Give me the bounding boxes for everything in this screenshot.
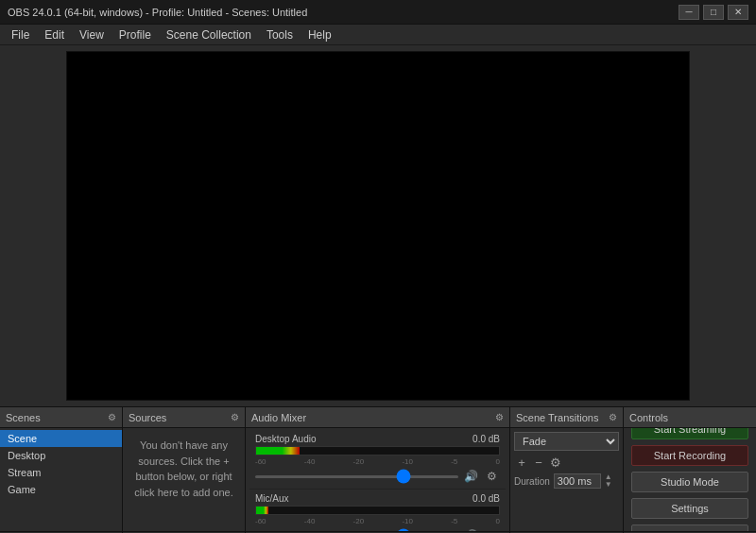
menu-profile[interactable]: Profile [112, 26, 159, 43]
sources-panel: Sources ⚙ You don't have any sources. Cl… [123, 407, 246, 533]
transition-remove-button[interactable]: − [531, 455, 546, 470]
scenes-label: Scenes [6, 412, 41, 423]
duration-down-button[interactable]: ▼ [605, 481, 612, 489]
exit-button[interactable]: Exit [631, 524, 748, 532]
desktop-audio-db: 0.0 dB [472, 434, 500, 444]
sources-header: Sources ⚙ [123, 407, 245, 428]
scene-item-scene[interactable]: Scene [0, 430, 122, 447]
mic-aux-db: 0.0 dB [472, 493, 500, 504]
audio-panel: Audio Mixer ⚙ Desktop Audio 0.0 dB -60-4… [246, 407, 510, 533]
audio-options-icon[interactable]: ⚙ [495, 412, 504, 422]
menubar: File Edit View Profile Scene Collection … [0, 25, 756, 45]
menu-help[interactable]: Help [301, 26, 339, 43]
audio-channel-desktop: Desktop Audio 0.0 dB -60-40-20-10-50 🔊 ⚙ [249, 430, 506, 490]
controls-label: Controls [629, 412, 668, 423]
transitions-add-remove-row: + − ⚙ [514, 455, 619, 470]
sources-content[interactable]: You don't have any sources. Click the + … [123, 428, 245, 531]
desktop-audio-meter [255, 446, 500, 456]
scene-item-game[interactable]: Game [0, 481, 122, 498]
mic-aux-label: Mic/Aux [255, 493, 289, 504]
start-recording-button[interactable]: Start Recording [631, 445, 748, 466]
close-button[interactable]: ✕ [728, 5, 748, 20]
transition-add-button[interactable]: + [514, 455, 529, 470]
duration-input[interactable] [554, 473, 601, 489]
maximize-button[interactable]: □ [703, 5, 724, 20]
scenes-header: Scenes ⚙ [0, 407, 122, 428]
scenes-content: Scene Desktop Stream Game [0, 428, 122, 531]
audio-header: Audio Mixer ⚙ [246, 407, 509, 428]
audio-channel-desktop-header: Desktop Audio 0.0 dB [255, 434, 500, 444]
preview-canvas [66, 51, 690, 401]
desktop-audio-slider[interactable] [255, 475, 458, 478]
transitions-content: Fade Cut Swipe Slide Stinger Fade to Col… [510, 428, 623, 531]
mic-aux-ticks: -60-40-20-10-50 [255, 517, 500, 525]
transition-type-select[interactable]: Fade Cut Swipe Slide Stinger Fade to Col… [514, 432, 619, 451]
audio-content: Desktop Audio 0.0 dB -60-40-20-10-50 🔊 ⚙ [246, 428, 509, 531]
scene-list: Scene Desktop Stream Game [0, 428, 122, 500]
window-controls: ─ □ ✕ [679, 5, 748, 20]
desktop-audio-settings-button[interactable]: ⚙ [483, 468, 500, 485]
audio-channel-mic: Mic/Aux 0.0 dB -60-40-20-10-50 🔊 ⚙ [249, 490, 506, 531]
minimize-button[interactable]: ─ [679, 5, 699, 20]
duration-row: Duration ▲ ▼ [514, 473, 619, 489]
menu-file[interactable]: File [4, 26, 37, 43]
menu-edit[interactable]: Edit [37, 26, 72, 43]
menu-tools[interactable]: Tools [259, 26, 301, 43]
titlebar: OBS 24.0.1 (64-bit, windows) - Profile: … [0, 0, 756, 25]
controls-content: Start Streaming Start Recording Studio M… [624, 428, 756, 531]
menu-scene-collection[interactable]: Scene Collection [159, 26, 259, 43]
scenes-options-icon[interactable]: ⚙ [108, 412, 116, 422]
mic-aux-meter [255, 506, 500, 515]
controls-panel: Controls Start Streaming Start Recording… [624, 407, 756, 533]
desktop-audio-mute-button[interactable]: 🔊 [462, 468, 479, 485]
panels: Scenes ⚙ Scene Desktop Stream Game + − ∧… [0, 406, 756, 533]
desktop-audio-ticks: -60-40-20-10-50 [255, 457, 500, 466]
studio-mode-button[interactable]: Studio Mode [631, 472, 748, 492]
audio-channel-mic-header: Mic/Aux 0.0 dB [255, 493, 500, 504]
transition-settings-button[interactable]: ⚙ [548, 455, 563, 470]
desktop-audio-controls: 🔊 ⚙ [255, 468, 500, 485]
sources-empty-text: You don't have any sources. Click the + … [127, 432, 241, 506]
desktop-audio-label: Desktop Audio [255, 434, 317, 444]
audio-label: Audio Mixer [251, 412, 306, 423]
titlebar-title: OBS 24.0.1 (64-bit, windows) - Profile: … [8, 7, 307, 18]
scenes-panel: Scenes ⚙ Scene Desktop Stream Game + − ∧… [0, 407, 123, 533]
transitions-label: Scene Transitions [516, 412, 598, 423]
transitions-panel: Scene Transitions ⚙ Fade Cut Swipe Slide… [510, 407, 624, 533]
duration-label: Duration [514, 476, 550, 487]
menu-view[interactable]: View [72, 26, 112, 43]
transitions-options-icon[interactable]: ⚙ [609, 412, 617, 422]
scene-item-stream[interactable]: Stream [0, 464, 122, 481]
desktop-audio-meter-fill [256, 447, 300, 455]
mic-aux-meter-fill [256, 507, 268, 514]
sources-label: Sources [129, 412, 166, 423]
start-streaming-button[interactable]: Start Streaming [631, 428, 748, 439]
transitions-header: Scene Transitions ⚙ [510, 407, 623, 428]
sources-options-icon[interactable]: ⚙ [231, 412, 239, 422]
settings-button[interactable]: Settings [631, 498, 748, 519]
scene-item-desktop[interactable]: Desktop [0, 447, 122, 464]
controls-header: Controls [624, 407, 756, 428]
